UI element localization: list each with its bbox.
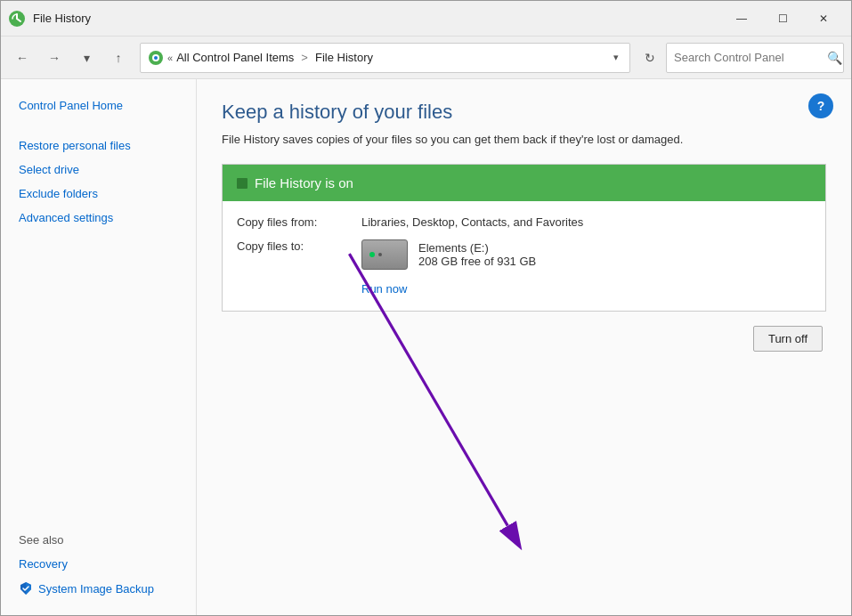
help-button[interactable]: ? xyxy=(808,93,833,118)
sidebar: Control Panel Home Restore personal file… xyxy=(1,79,197,615)
file-history-icon xyxy=(8,10,26,28)
page-subtitle: File History saves copies of your files … xyxy=(222,133,826,146)
recent-locations-button[interactable]: ▾ xyxy=(72,44,101,72)
copy-to-label: Copy files to: xyxy=(237,239,361,253)
maximize-button[interactable]: ☐ xyxy=(762,4,803,33)
sidebar-item-backup[interactable]: System Image Backup xyxy=(1,576,196,601)
drive-info: Elements (E:) 208 GB free of 931 GB xyxy=(361,239,536,270)
status-header: File History is on xyxy=(223,165,825,201)
copy-to-row: Copy files to: Elements (E:) 208 GB free… xyxy=(237,239,811,270)
address-parent[interactable]: All Control Panel Items xyxy=(176,51,294,64)
copy-from-row: Copy files from: Libraries, Desktop, Con… xyxy=(237,215,811,229)
status-body: Copy files from: Libraries, Desktop, Con… xyxy=(223,201,825,311)
search-box[interactable]: 🔍 xyxy=(666,43,844,73)
forward-button[interactable]: → xyxy=(40,44,69,72)
search-input[interactable] xyxy=(674,51,824,64)
window-title: File History xyxy=(33,12,721,25)
run-now-link[interactable]: Run now xyxy=(361,282,407,296)
address-prefix: « xyxy=(167,53,173,63)
address-bar[interactable]: « All Control Panel Items > File History… xyxy=(140,43,630,73)
control-panel-icon xyxy=(148,50,164,66)
minimize-button[interactable]: — xyxy=(721,4,762,33)
search-icon: 🔍 xyxy=(827,51,842,65)
copy-from-value: Libraries, Desktop, Contacts, and Favori… xyxy=(361,215,583,229)
sidebar-item-control-panel-home[interactable]: Control Panel Home xyxy=(1,93,196,118)
see-also-label: See also xyxy=(1,519,196,552)
sidebar-item-recovery[interactable]: Recovery xyxy=(1,552,196,576)
address-current: File History xyxy=(315,51,373,64)
sidebar-item-advanced[interactable]: Advanced settings xyxy=(1,206,196,230)
close-button[interactable]: ✕ xyxy=(803,4,844,33)
copy-from-label: Copy files from: xyxy=(237,215,361,229)
content-area: Control Panel Home Restore personal file… xyxy=(1,79,851,615)
toolbar: ← → ▾ ↑ « All Control Panel Items > File… xyxy=(1,36,851,79)
address-separator: > xyxy=(301,51,308,64)
title-bar: File History — ☐ ✕ xyxy=(1,1,851,36)
drive-text: Elements (E:) 208 GB free of 931 GB xyxy=(418,241,536,268)
drive-led xyxy=(369,252,375,257)
sidebar-item-exclude[interactable]: Exclude folders xyxy=(1,182,196,206)
turn-off-button[interactable]: Turn off xyxy=(753,326,823,352)
svg-point-3 xyxy=(154,56,158,60)
status-indicator xyxy=(237,178,247,189)
refresh-button[interactable]: ↻ xyxy=(637,45,662,70)
status-box: File History is on Copy files from: Libr… xyxy=(222,164,826,312)
windows-defender-icon xyxy=(19,581,33,596)
sidebar-item-backup-label: System Image Backup xyxy=(38,582,154,596)
up-button[interactable]: ↑ xyxy=(104,44,133,72)
main-panel: ? Keep a history of your files File Hist… xyxy=(197,79,851,615)
status-title: File History is on xyxy=(255,175,353,190)
drive-space: 208 GB free of 931 GB xyxy=(418,255,536,268)
drive-port xyxy=(378,253,382,256)
sidebar-item-restore[interactable]: Restore personal files xyxy=(1,134,196,158)
window-controls: — ☐ ✕ xyxy=(721,4,844,33)
address-chevron-icon[interactable]: ▾ xyxy=(610,50,622,65)
drive-name: Elements (E:) xyxy=(418,241,536,255)
drive-icon xyxy=(361,239,408,270)
back-button[interactable]: ← xyxy=(8,44,37,72)
main-window: File History — ☐ ✕ ← → ▾ ↑ « All Control… xyxy=(0,0,852,616)
page-title: Keep a history of your files xyxy=(222,101,826,124)
sidebar-bottom: See also Recovery System Image Backup xyxy=(1,519,196,601)
sidebar-item-select-drive[interactable]: Select drive xyxy=(1,158,196,182)
